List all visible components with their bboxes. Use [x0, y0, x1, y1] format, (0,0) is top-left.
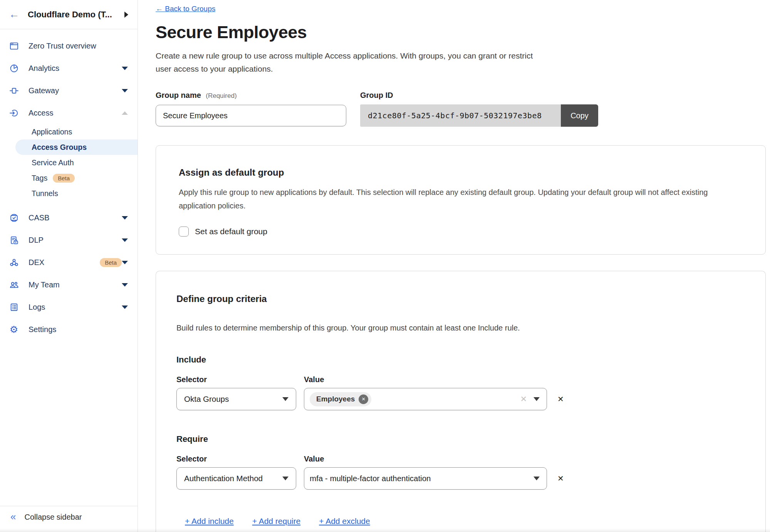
chevron-down-icon	[282, 397, 289, 401]
chevron-down-icon	[122, 238, 128, 242]
chevron-up-icon	[122, 111, 128, 115]
sidebar-item-analytics[interactable]: Analytics	[0, 57, 138, 79]
sidebar-item-my-team[interactable]: My Team	[0, 274, 138, 296]
group-name-id-row: Group name (Required) Group ID d21ce80f-…	[156, 91, 766, 127]
sidebar-item-dex[interactable]: DEX Beta	[0, 251, 138, 274]
default-group-card: Assign as default group Apply this rule …	[156, 145, 766, 255]
sidebar-item-dlp[interactable]: DLP	[0, 229, 138, 251]
log-list-icon	[9, 302, 19, 312]
add-include-link[interactable]: + Add include	[185, 517, 234, 526]
gateway-icon	[9, 86, 19, 96]
default-group-checkbox[interactable]	[179, 227, 189, 237]
sidebar-item-label: Access	[29, 109, 122, 117]
back-to-groups-link[interactable]: ← Back to Groups	[156, 5, 215, 13]
sidebar-item-access[interactable]: Access	[0, 102, 138, 124]
sidebar-item-settings[interactable]: ⚙ Settings	[0, 318, 138, 341]
clear-values-icon[interactable]: ✕	[520, 394, 527, 404]
beta-badge: Beta	[100, 258, 122, 267]
value-label: Value	[304, 455, 324, 463]
back-arrow-icon[interactable]: ←	[9, 9, 19, 20]
document-lock-icon	[9, 235, 19, 245]
chevron-down-icon	[122, 283, 128, 287]
collapse-sidebar-button[interactable]: « Collapse sidebar	[0, 506, 138, 532]
value-label: Value	[304, 375, 324, 384]
value-tag: Employees ✕	[310, 392, 371, 406]
sidebar-item-zero-trust-overview[interactable]: Zero Trust overview	[0, 35, 138, 57]
sidebar-item-gateway[interactable]: Gateway	[0, 79, 138, 102]
sidebar-subitem-label: Applications	[32, 128, 72, 136]
required-hint: (Required)	[206, 92, 237, 99]
sidebar-item-label: CASB	[29, 213, 122, 222]
include-selector-dropdown[interactable]: Okta Groups	[176, 388, 296, 410]
sidebar-item-label: My Team	[29, 280, 122, 289]
sidebar-item-label: DEX	[29, 258, 94, 267]
criteria-card-title: Define group criteria	[176, 294, 742, 304]
chevron-down-icon	[122, 261, 128, 264]
default-group-card-body: Apply this rule group to new application…	[179, 186, 742, 213]
sidebar-nav: Zero Trust overview Analytics Gateway	[0, 29, 138, 506]
sidebar-item-label: Settings	[29, 325, 128, 334]
sidebar-item-label: Gateway	[29, 86, 122, 95]
criteria-card: Define group criteria Build rules to det…	[156, 271, 766, 532]
chevron-down-icon	[533, 477, 540, 480]
page-title: Secure Employees	[156, 22, 766, 42]
copy-button[interactable]: Copy	[561, 104, 598, 127]
chevron-down-icon	[122, 305, 128, 309]
sidebar-item-casb[interactable]: CASB	[0, 206, 138, 229]
require-rule-row: Authentication Method mfa - multiple-fac…	[176, 467, 742, 490]
sidebar-subitem-label: Service Auth	[32, 158, 74, 167]
sidebar-item-tunnels[interactable]: Tunnels	[0, 186, 138, 201]
chevron-down-icon	[122, 216, 128, 220]
chevron-down-icon	[122, 67, 128, 70]
sidebar-item-tags[interactable]: Tags Beta	[0, 170, 138, 186]
sidebar-item-access-groups[interactable]: Access Groups	[15, 139, 138, 155]
pie-chart-icon	[9, 63, 19, 73]
group-id-value: d21ce80f-5a25-4bcf-9b07-5032197e3be8	[360, 104, 561, 127]
group-name-input[interactable]	[156, 105, 346, 126]
require-heading: Require	[176, 434, 742, 444]
access-login-icon	[9, 108, 19, 118]
require-value-dropdown[interactable]: mfa - multiple-factor authentication	[304, 467, 547, 490]
sidebar-subitem-label: Tags	[32, 174, 47, 183]
value-tag-label: Employees	[316, 395, 355, 403]
require-selector-dropdown[interactable]: Authentication Method	[176, 467, 296, 490]
default-group-card-title: Assign as default group	[179, 167, 742, 178]
remove-include-rule-icon[interactable]: ✕	[557, 394, 564, 404]
beta-badge: Beta	[53, 174, 75, 183]
sidebar-item-label: Analytics	[29, 64, 122, 73]
remove-require-rule-icon[interactable]: ✕	[557, 474, 564, 483]
sidebar: ← Cloudflare Demo (T... Zero Trust overv…	[0, 0, 138, 532]
people-icon	[9, 280, 19, 290]
chevron-down-icon	[282, 477, 289, 480]
page-description: Create a new rule group to use across mu…	[156, 49, 539, 76]
include-heading: Include	[176, 355, 742, 365]
sidebar-item-label: Zero Trust overview	[29, 42, 128, 50]
remove-tag-icon[interactable]: ✕	[359, 394, 368, 404]
include-rule-row: Okta Groups Employees ✕ ✕ ✕	[176, 388, 742, 410]
sidebar-item-label: DLP	[29, 236, 122, 245]
network-nodes-icon	[9, 257, 19, 267]
account-name: Cloudflare Demo (T...	[28, 10, 121, 20]
default-group-checkbox-label: Set as default group	[195, 227, 267, 236]
collapse-chevrons-icon: «	[10, 513, 16, 520]
sidebar-item-logs[interactable]: Logs	[0, 296, 138, 318]
add-exclude-link[interactable]: + Add exclude	[319, 517, 370, 526]
collapse-sidebar-label: Collapse sidebar	[24, 513, 82, 522]
chevron-down-icon	[533, 397, 540, 401]
include-value-multiselect[interactable]: Employees ✕ ✕	[304, 388, 547, 410]
zero-trust-dashboard: ← Cloudflare Demo (T... Zero Trust overv…	[0, 0, 770, 532]
sidebar-subitem-label: Tunnels	[32, 189, 58, 198]
sidebar-item-service-auth[interactable]: Service Auth	[0, 155, 138, 170]
account-expand-icon[interactable]	[124, 12, 128, 18]
chevron-down-icon	[122, 89, 128, 92]
sidebar-item-applications[interactable]: Applications	[0, 124, 138, 139]
criteria-card-body: Build rules to determine membership of t…	[176, 321, 742, 335]
overview-window-icon	[9, 41, 19, 51]
sidebar-item-label: Logs	[29, 303, 122, 312]
gear-icon: ⚙	[9, 324, 19, 334]
casb-check-icon	[9, 213, 19, 223]
sidebar-subitem-label: Access Groups	[32, 143, 87, 152]
add-require-link[interactable]: + Add require	[252, 517, 301, 526]
group-name-label: Group name	[156, 91, 201, 99]
main-content: ← Back to Groups Secure Employees Create…	[138, 0, 770, 532]
